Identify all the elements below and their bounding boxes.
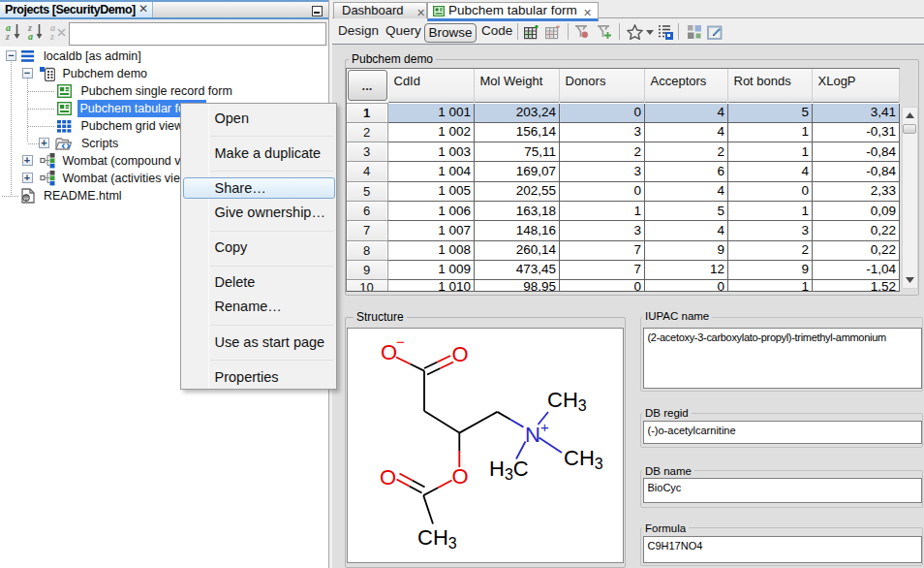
svg-text:CH3: CH3	[547, 388, 587, 414]
svg-text:O: O	[380, 465, 396, 489]
svg-text:−: −	[396, 333, 405, 350]
svg-text:H3C: H3C	[489, 457, 529, 483]
svg-text:CH3: CH3	[564, 446, 603, 472]
svg-text:O: O	[452, 342, 469, 366]
svg-text:O: O	[381, 340, 397, 364]
svg-text:z: z	[5, 31, 10, 42]
svg-text:+: +	[540, 419, 549, 435]
svg-text:O: O	[452, 464, 469, 489]
svg-text:CH3: CH3	[417, 525, 457, 552]
svg-text:N: N	[525, 423, 540, 447]
svg-text:z: z	[49, 31, 54, 42]
svg-text:a: a	[28, 31, 33, 42]
